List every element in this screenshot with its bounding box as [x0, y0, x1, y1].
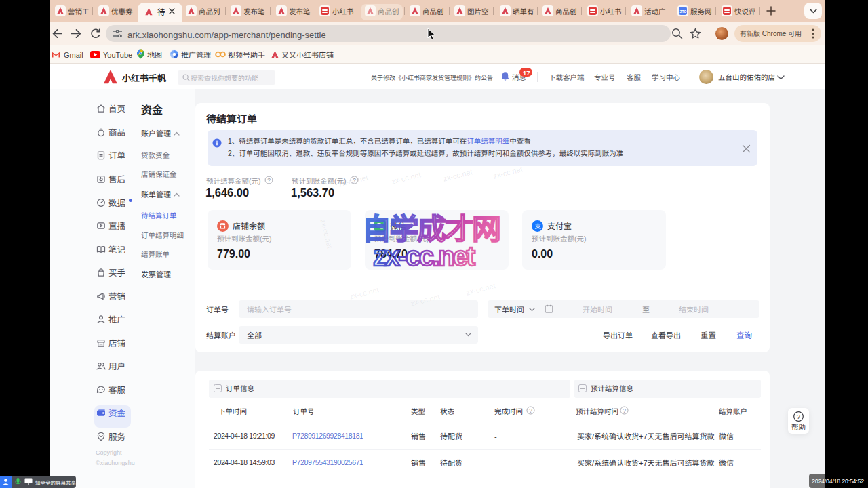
svg-text:?: ? — [267, 177, 271, 184]
svg-text:?: ? — [529, 407, 532, 414]
svg-text:?: ? — [797, 413, 800, 420]
svg-text:?: ? — [623, 407, 626, 414]
svg-text:zx-cc.net: zx-cc.net — [373, 241, 475, 271]
